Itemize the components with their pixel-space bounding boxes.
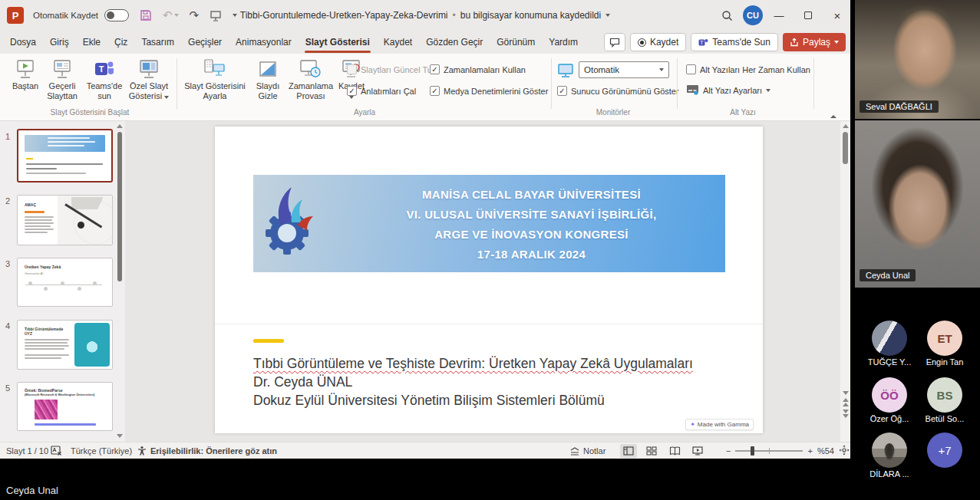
scroll-up-icon[interactable]	[117, 124, 123, 128]
scroll-up-icon[interactable]	[843, 124, 849, 128]
thumb-number-2: 2	[5, 196, 10, 206]
zoom-in-button[interactable]: +	[807, 446, 812, 456]
group-label-start: Slayt Gösterisini Başlat	[8, 108, 172, 117]
zoom-slider[interactable]	[735, 450, 803, 452]
made-with-gamma-badge[interactable]: ✦ Made with Gamma	[685, 419, 754, 430]
participant-overflow-badge[interactable]: +7	[927, 433, 962, 468]
play-narrations-checkbox[interactable]: Anlatımları Çal	[347, 86, 416, 96]
search-icon[interactable]	[714, 0, 740, 31]
record-button[interactable]: Kaydet	[630, 33, 686, 51]
chevron-down-icon	[766, 89, 770, 92]
canvas-scrollbar[interactable]	[840, 121, 850, 442]
slide-thumbnail-5[interactable]: Örnek: BiomedParse (Microsoft Research &…	[17, 382, 113, 431]
slide-thumbnail-3[interactable]: Üretken Yapay Zekâ Generative AI	[17, 258, 113, 307]
tab-yardim[interactable]: Yardım	[542, 32, 585, 52]
scrollbar-thumb[interactable]	[117, 132, 122, 281]
tab-animasyonlar[interactable]: Animasyonlar	[229, 32, 299, 52]
fit-slide-button[interactable]	[839, 445, 850, 457]
always-use-subtitles-checkbox[interactable]: Alt Yazıları Her Zaman Kullan	[686, 64, 810, 74]
next-slide-button[interactable]	[843, 410, 849, 418]
zoom-out-button[interactable]: −	[726, 446, 731, 456]
tab-ciz[interactable]: Çiz	[107, 32, 134, 52]
use-timings-checkbox[interactable]: Zamanlamaları Kullan	[430, 64, 526, 74]
teams-icon: T	[93, 57, 116, 81]
participant-avatar-tugce[interactable]	[872, 321, 907, 356]
normal-view-button[interactable]	[620, 444, 637, 458]
slide-title-block[interactable]: Tıbbi Görüntüleme ve Teşhiste Devrim: Ür…	[253, 354, 740, 410]
from-beginning-button[interactable]: Baştan	[8, 57, 43, 91]
spellcheck-icon[interactable]	[51, 442, 62, 459]
slide-thumbnail-2[interactable]: AMAÇ	[17, 195, 113, 245]
meeting-sidebar: Seval DAĞBAĞLI Ceyda Unal TUĞÇE Y... ET …	[853, 0, 980, 500]
current-slide[interactable]: MANİSA CELAL BAYAR ÜNİVERSİTESİ VI. ULUS…	[215, 127, 763, 433]
powerpoint-app-icon[interactable]: P	[7, 7, 24, 24]
comments-button[interactable]	[604, 33, 625, 51]
account-avatar[interactable]: CU	[743, 5, 763, 25]
from-current-slide-button[interactable]: Geçerli Slayttan	[43, 57, 81, 101]
collapse-ribbon-icon[interactable]	[830, 107, 836, 121]
participant-avatar-dilara[interactable]	[872, 433, 907, 468]
tab-gorunum[interactable]: Görünüm	[490, 32, 542, 52]
checkbox-icon	[686, 64, 696, 74]
hide-slide-button[interactable]: Slaydı Gizle	[250, 57, 285, 101]
present-in-teams-ribbon-button[interactable]: T Teams'de sun	[83, 57, 126, 101]
undo-icon[interactable]: ↶	[163, 8, 179, 22]
video-tile-ceyda[interactable]: Ceyda Unal	[855, 120, 980, 288]
custom-slideshow-button[interactable]: Özel Slayt Gösterisi	[126, 57, 172, 101]
slide-indicator: Slayt 1 / 10	[6, 442, 48, 459]
participant-avatar-betul[interactable]: BS	[927, 377, 962, 413]
present-in-teams-button[interactable]: T Teams'de Sun	[691, 33, 778, 51]
keep-slides-updated-checkbox[interactable]: Slaytları Güncel Tut	[347, 64, 434, 74]
accessibility-status[interactable]: Erişilebilirlik: Önerilere göz atın	[150, 442, 277, 459]
tab-giris[interactable]: Giriş	[43, 32, 76, 52]
subtitle-settings-button[interactable]: Alt Yazı Ayarları	[686, 84, 770, 97]
reading-view-button[interactable]	[666, 444, 683, 458]
participant-label: DİLARA ...	[863, 469, 916, 479]
slide-author: Dr. Ceyda ÜNAL	[253, 373, 740, 391]
scroll-down-icon[interactable]	[843, 391, 849, 395]
zoom-level[interactable]: %54	[817, 446, 834, 456]
use-presenter-view-checkbox[interactable]: Sunucu Görünümünü Göster	[557, 86, 679, 96]
notes-button[interactable]: Notlar	[569, 442, 605, 459]
slide-sorter-view-button[interactable]	[643, 444, 660, 458]
ribbon: Baştan Geçerli Slayttan T Teams'de sun Ö…	[0, 54, 850, 121]
setup-slideshow-button[interactable]: Slayt Gösterisini Ayarla	[181, 57, 249, 101]
status-bar: Slayt 1 / 10 Türkçe (Türkiye) Erişilebil…	[0, 442, 850, 459]
monitor-select-dropdown[interactable]: Otomatik	[579, 61, 669, 78]
rehearse-timings-button[interactable]: Zamanlama Provası	[287, 57, 335, 101]
autosave-toggle[interactable]	[104, 9, 129, 21]
show-media-controls-checkbox[interactable]: Medya Denetimlerini Göster	[430, 86, 548, 96]
participant-avatar-engin[interactable]: ET	[927, 321, 962, 356]
accessibility-icon[interactable]	[137, 442, 147, 459]
tab-gozden-gecir[interactable]: Gözden Geçir	[419, 32, 490, 52]
participant-avatar-ozer[interactable]: ÖÖ	[872, 377, 907, 413]
customize-toolbar-icon[interactable]	[233, 14, 237, 17]
scroll-down-icon[interactable]	[117, 434, 123, 438]
participant-label: Özer Öğ...	[863, 414, 916, 423]
tab-tasarim[interactable]: Tasarım	[134, 32, 181, 52]
video-tile-seval[interactable]: Seval DAĞBAĞLI	[855, 0, 980, 119]
minimize-button[interactable]: —	[766, 0, 792, 31]
tab-kaydet[interactable]: Kaydet	[377, 32, 419, 52]
tab-gecisler[interactable]: Geçişler	[181, 32, 229, 52]
close-button[interactable]: ×	[824, 0, 850, 31]
slideshow-view-button[interactable]	[689, 444, 706, 458]
save-location-label[interactable]: bu bilgisayar konumuna kaydedildi	[460, 10, 601, 21]
tab-ekle[interactable]: Ekle	[76, 32, 107, 52]
slide-thumbnail-1[interactable]	[17, 129, 113, 183]
group-label-captions: Alt Yazı	[677, 108, 809, 117]
share-button[interactable]: Paylaş	[783, 33, 846, 51]
redo-icon[interactable]: ↷	[190, 8, 200, 22]
language-status[interactable]: Türkçe (Türkiye)	[71, 442, 132, 459]
start-slideshow-qat-icon[interactable]	[210, 10, 222, 21]
slide-thumbnail-4[interactable]: Tıbbi Görüntülemede ÜYZ	[17, 320, 113, 370]
svg-text:T: T	[99, 64, 104, 74]
tab-dosya[interactable]: Dosya	[3, 32, 43, 52]
maximize-button[interactable]	[795, 0, 821, 31]
previous-slide-button[interactable]	[843, 398, 849, 406]
save-icon[interactable]	[140, 9, 152, 21]
zoom-slider-handle[interactable]	[751, 446, 754, 456]
tab-slayt-gosterisi[interactable]: Slayt Gösterisi	[299, 32, 377, 52]
scrollbar-thumb[interactable]	[843, 132, 848, 164]
thumbnail-scrollbar[interactable]	[117, 121, 123, 442]
